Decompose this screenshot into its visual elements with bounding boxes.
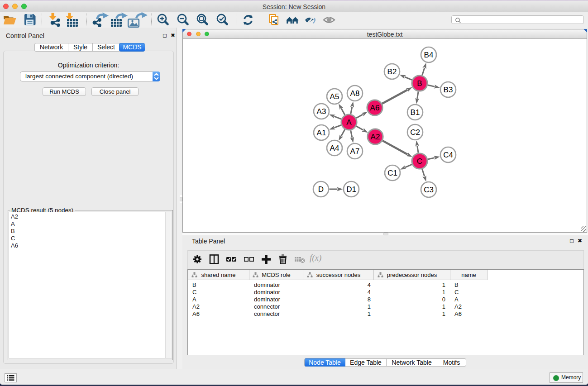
svg-text:D: D (318, 185, 324, 194)
svg-text:B4: B4 (424, 51, 434, 59)
svg-text:A3: A3 (317, 107, 326, 116)
svg-text:A: A (346, 118, 352, 127)
svg-text:D1: D1 (346, 185, 356, 194)
svg-text:C1: C1 (387, 169, 397, 177)
svg-text:B: B (417, 79, 422, 88)
svg-text:C3: C3 (424, 186, 434, 194)
svg-text:A1: A1 (317, 129, 326, 137)
svg-text:C: C (417, 157, 422, 166)
svg-text:A4: A4 (330, 144, 339, 152)
svg-text:A8: A8 (350, 89, 360, 98)
svg-text:A6: A6 (370, 104, 380, 112)
svg-text:B1: B1 (411, 108, 420, 117)
svg-text:C2: C2 (410, 128, 420, 137)
svg-text:B2: B2 (387, 67, 397, 76)
svg-text:A2: A2 (371, 133, 380, 141)
svg-text:A7: A7 (350, 147, 360, 156)
svg-text:A5: A5 (330, 92, 339, 101)
svg-text:B3: B3 (444, 86, 453, 94)
svg-text:C4: C4 (443, 151, 453, 159)
